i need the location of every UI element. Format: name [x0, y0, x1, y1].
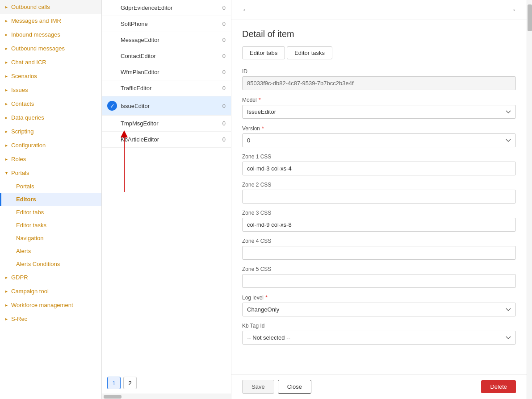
sidebar-item-outbound-calls[interactable]: Outbound calls: [0, 0, 101, 14]
sidebar-label: Scenarios: [11, 73, 37, 79]
sidebar-label: Issues: [11, 87, 28, 93]
horizontal-scrollbar[interactable]: [102, 394, 231, 399]
model-select[interactable]: IssueEditor: [242, 105, 516, 119]
loglevel-select[interactable]: ChangeOnly: [242, 303, 516, 316]
sidebar-item-gdpr[interactable]: GDPR: [0, 270, 101, 284]
sidebar-item-issues[interactable]: Issues: [0, 83, 101, 97]
subitem-label: Navigation: [16, 235, 43, 241]
sidebar-item-campaign-tool[interactable]: Campaign tool: [0, 284, 101, 298]
list-row[interactable]: ContactEditor 0: [102, 48, 231, 64]
zone1-input[interactable]: [242, 162, 516, 175]
sidebar-item-data-queries[interactable]: Data queries: [0, 111, 101, 125]
list-panel-inner: GdprEvidenceEditor 0 SoftPhone 0 Message…: [102, 0, 231, 372]
sidebar-label: Portals: [11, 170, 29, 176]
list-row[interactable]: SoftPhone 0: [102, 16, 231, 32]
sidebar-subitem-navigation[interactable]: Navigation: [0, 232, 101, 245]
zone5-input[interactable]: [242, 274, 516, 288]
list-row-selected[interactable]: ✓ IssueEditor 0: [102, 96, 231, 116]
detail-content: Detail of item Editor tabs Editor tasks …: [231, 20, 527, 399]
page-1-button[interactable]: 1: [107, 377, 121, 389]
list-row[interactable]: MessageEditor 0: [102, 32, 231, 48]
model-required: *: [259, 96, 261, 103]
sidebar-item-inbound-messages[interactable]: Inbound messages: [0, 28, 101, 42]
sidebar-item-scripting[interactable]: Scripting: [0, 125, 101, 138]
field-loglevel: Log level * ChangeOnly: [242, 294, 516, 316]
sidebar-item-configuration[interactable]: Configuration: [0, 138, 101, 152]
chevron-icon: [5, 18, 8, 23]
sidebar-label: Workforce management: [11, 302, 73, 308]
id-label: ID: [242, 68, 247, 75]
tab-editor-tasks[interactable]: Editor tasks: [287, 46, 332, 59]
list-row[interactable]: TmpMsgEditor 0: [102, 116, 231, 132]
zone4-input[interactable]: [242, 246, 516, 260]
chevron-icon: [5, 32, 8, 37]
vertical-scrollbar[interactable]: [527, 0, 532, 399]
field-model: Model * IssueEditor: [242, 96, 516, 119]
subitem-label: Alerts Conditions: [16, 261, 60, 267]
model-label: Model: [242, 97, 257, 103]
subitem-label: Editor tabs: [16, 209, 44, 216]
sidebar-label: Outbound calls: [11, 4, 50, 10]
field-zone4: Zone 4 CSS: [242, 238, 516, 260]
field-zone3: Zone 3 CSS: [242, 210, 516, 232]
sidebar-label: Messages and IMR: [11, 17, 61, 24]
sidebar-label: Campaign tool: [11, 288, 49, 295]
sidebar-item-scenarios[interactable]: Scenarios: [0, 69, 101, 83]
subitem-label: Portals: [16, 183, 34, 190]
sidebar-label: Configuration: [11, 142, 46, 149]
sidebar-item-s-rec[interactable]: S-Rec: [0, 312, 101, 326]
sidebar-label: Chat and ICR: [11, 59, 46, 66]
action-bar: Save Close Delete: [231, 374, 527, 399]
row-count: 0: [217, 120, 226, 127]
zone3-input[interactable]: [242, 218, 516, 232]
sidebar-label: Data queries: [11, 114, 44, 121]
chevron-icon: [5, 316, 8, 321]
sidebar-subitem-alerts[interactable]: Alerts: [0, 245, 101, 258]
save-button[interactable]: Save: [242, 380, 274, 394]
chevron-icon: [5, 275, 8, 280]
delete-button[interactable]: Delete: [481, 380, 516, 393]
zone2-input[interactable]: [242, 190, 516, 204]
chevron-icon: [5, 170, 8, 175]
sidebar-subitem-alerts-conditions[interactable]: Alerts Conditions: [0, 258, 101, 270]
sidebar-subitem-editor-tabs[interactable]: Editor tabs: [0, 206, 101, 219]
sidebar-item-workforce[interactable]: Workforce management: [0, 298, 101, 312]
row-count: 0: [217, 69, 226, 75]
chevron-icon: [5, 143, 8, 148]
sidebar-item-outbound-messages[interactable]: Outbound messages: [0, 42, 101, 55]
sidebar-subitem-portals[interactable]: Portals: [0, 180, 101, 193]
kbtagid-select[interactable]: -- Not selected --: [242, 331, 516, 345]
list-row[interactable]: WfmPlanEditor 0: [102, 64, 231, 80]
list-row[interactable]: GdprEvidenceEditor 0: [102, 0, 231, 16]
close-button[interactable]: Close: [278, 380, 311, 394]
page-2-button[interactable]: 2: [123, 377, 137, 389]
subitem-label: Editor tasks: [16, 222, 46, 229]
sidebar-subitem-editor-tasks[interactable]: Editor tasks: [0, 219, 101, 232]
sidebar-item-messages-imr[interactable]: Messages and IMR: [0, 14, 101, 28]
pagination: 1 2: [102, 372, 231, 394]
sidebar-item-roles[interactable]: Roles: [0, 152, 101, 166]
version-select[interactable]: 0: [242, 133, 516, 147]
tab-buttons: Editor tabs Editor tasks: [242, 46, 516, 59]
chevron-icon: [5, 303, 8, 308]
version-required: *: [262, 125, 264, 132]
sidebar-item-chat-icr[interactable]: Chat and ICR: [0, 55, 101, 69]
sidebar-subitem-editors[interactable]: Editors: [0, 193, 101, 206]
field-zone5: Zone 5 CSS: [242, 266, 516, 288]
field-kbtagid: Kb Tag Id -- Not selected --: [242, 323, 516, 345]
chevron-icon: [5, 60, 8, 65]
kbtagid-label: Kb Tag Id: [242, 323, 264, 329]
nav-forward-button[interactable]: →: [505, 3, 519, 17]
field-zone1: Zone 1 CSS: [242, 154, 516, 175]
detail-panel: ← → Detail of item Editor tabs Editor ta…: [231, 0, 527, 399]
list-row[interactable]: TrafficEditor 0: [102, 80, 231, 96]
list-panel: GdprEvidenceEditor 0 SoftPhone 0 Message…: [102, 0, 231, 399]
chevron-icon: [5, 46, 8, 51]
list-row[interactable]: KbArticleEditor 0: [102, 132, 231, 148]
sidebar-label: Scripting: [11, 128, 34, 135]
selected-check-icon: ✓: [107, 101, 117, 111]
sidebar-item-contacts[interactable]: Contacts: [0, 97, 101, 111]
tab-editor-tabs[interactable]: Editor tabs: [242, 46, 285, 59]
nav-back-button[interactable]: ←: [239, 3, 253, 17]
sidebar-item-portals[interactable]: Portals: [0, 166, 101, 180]
